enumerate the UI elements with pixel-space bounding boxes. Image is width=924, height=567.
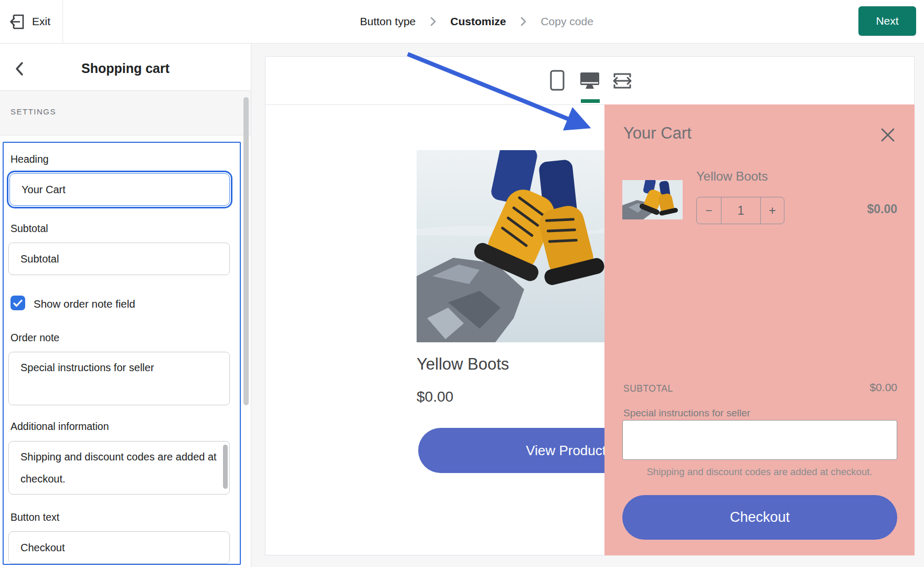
additional-info-textarea[interactable]: Shipping and discount codes are added at… bbox=[8, 441, 230, 495]
sidebar-scrollbar[interactable] bbox=[243, 97, 249, 405]
quantity-decrease-button[interactable]: − bbox=[697, 197, 721, 224]
subtotal-field-label: Subtotal bbox=[10, 223, 48, 235]
breadcrumb-copy-code[interactable]: Copy code bbox=[540, 15, 593, 28]
order-note-field-label: Order note bbox=[10, 332, 59, 344]
exit-label: Exit bbox=[32, 15, 50, 28]
settings-section-label: SETTINGS bbox=[10, 107, 56, 116]
cart-note-input[interactable] bbox=[622, 420, 897, 460]
cart-heading: Your Cart bbox=[623, 124, 692, 143]
breadcrumb-customize[interactable]: Customize bbox=[450, 15, 506, 28]
chevron-right-icon bbox=[519, 16, 527, 27]
selected-device-underline bbox=[581, 99, 600, 103]
cart-info-text: Shipping and discount codes are added at… bbox=[604, 466, 915, 478]
desktop-icon[interactable] bbox=[579, 71, 600, 92]
additional-info-field-label: Additional information bbox=[10, 421, 109, 433]
cart-note-label: Special instructions for seller bbox=[623, 407, 750, 419]
breadcrumb-button-type[interactable]: Button type bbox=[360, 15, 416, 28]
quantity-value[interactable]: 1 bbox=[721, 197, 761, 224]
back-button[interactable] bbox=[14, 59, 31, 79]
product-price: $0.00 bbox=[417, 388, 453, 405]
cart-checkout-button[interactable]: Checkout bbox=[622, 495, 897, 540]
quantity-increase-button[interactable]: + bbox=[761, 197, 784, 224]
cart-item-thumbnail bbox=[622, 180, 683, 219]
cart-subtotal-label: SUBTOTAL bbox=[623, 383, 673, 394]
exit-arrow-icon bbox=[8, 13, 26, 30]
breadcrumb: Button type Customize Copy code bbox=[360, 0, 593, 43]
mobile-icon[interactable] bbox=[550, 70, 565, 93]
quantity-stepper: − 1 + bbox=[696, 197, 784, 224]
check-icon bbox=[13, 299, 23, 307]
cart-item-name: Yellow Boots bbox=[696, 169, 768, 184]
exit-button[interactable]: Exit bbox=[0, 0, 63, 43]
show-order-note-label[interactable]: Show order note field bbox=[34, 298, 135, 310]
subtotal-input[interactable] bbox=[8, 243, 230, 275]
next-button[interactable]: Next bbox=[858, 6, 916, 36]
sidebar-title: Shopping cart bbox=[0, 61, 251, 76]
responsive-width-icon[interactable] bbox=[612, 71, 633, 92]
chevron-right-icon bbox=[429, 16, 437, 27]
textarea-scrollbar[interactable] bbox=[223, 445, 228, 489]
cart-subtotal-value: $0.00 bbox=[787, 381, 897, 394]
button-text-field-label: Button text bbox=[10, 511, 59, 523]
buy-button-editor: { "topbar": { "exit_label": "Exit", "bre… bbox=[0, 0, 924, 567]
heading-input[interactable] bbox=[9, 173, 230, 206]
product-photo bbox=[417, 150, 604, 342]
show-order-note-checkbox[interactable] bbox=[10, 296, 25, 310]
heading-field-label: Heading bbox=[10, 153, 49, 165]
cart-item-price: $0.00 bbox=[787, 202, 897, 216]
close-icon[interactable] bbox=[880, 127, 898, 144]
chevron-left-icon bbox=[14, 61, 25, 77]
product-title: Yellow Boots bbox=[417, 355, 509, 374]
order-note-textarea[interactable]: Special instructions for seller bbox=[8, 352, 230, 405]
button-text-input[interactable] bbox=[8, 531, 230, 564]
